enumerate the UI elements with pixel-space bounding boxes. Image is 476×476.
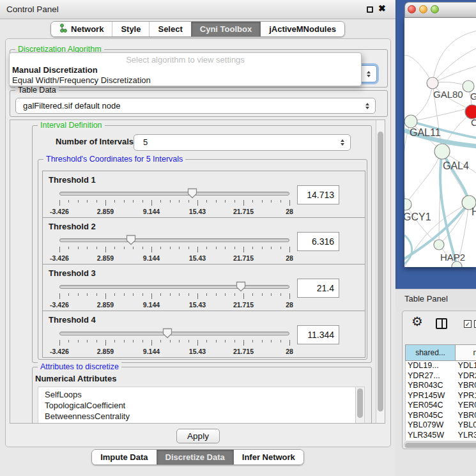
column-header-name[interactable]: name bbox=[456, 345, 476, 360]
checkbox-icon[interactable]: ✓ bbox=[464, 320, 472, 328]
zoom-traffic-light[interactable] bbox=[431, 5, 439, 13]
cell-shared-name: YDR27... bbox=[406, 371, 456, 381]
network-canvas[interactable]: GAL80 G C GAL11 GAL4 GCY1 H HAP2 bbox=[404, 18, 476, 267]
minimize-traffic-light[interactable] bbox=[419, 5, 427, 13]
columns-icon[interactable] bbox=[436, 318, 447, 329]
tab-style[interactable]: Style bbox=[112, 22, 149, 36]
node-gal11[interactable] bbox=[404, 115, 417, 128]
threshold-slider[interactable]: -3.4262.8599.14415.4321.71528 bbox=[59, 236, 289, 264]
dropdown-option-equal-width[interactable]: Equal Width/Frequency Discretization bbox=[10, 75, 361, 86]
dropdown-option-manual[interactable]: Manual Discretization bbox=[10, 65, 361, 75]
float-window-icon[interactable] bbox=[367, 6, 373, 13]
tab-cyni-toolbox[interactable]: Cyni Toolbox bbox=[191, 22, 260, 36]
threshold-coordinates-group: Threshold's Coordinates for 5 Intervals … bbox=[38, 159, 367, 360]
table-row[interactable]: YDR27...YDR2 bbox=[406, 371, 476, 381]
node-gal80[interactable] bbox=[427, 77, 438, 89]
cell-name: YLR3 bbox=[456, 431, 476, 441]
table-row[interactable]: YPR145WYPR1 bbox=[406, 391, 476, 401]
combo-stepper-icon bbox=[365, 103, 369, 109]
slider-axis-labels: -3.4262.8599.14415.4321.71528 bbox=[59, 208, 289, 215]
slider-track[interactable] bbox=[59, 332, 289, 335]
threshold-value-field[interactable] bbox=[297, 232, 339, 251]
slider-thumb[interactable] bbox=[162, 328, 173, 341]
table-row[interactable]: YBL079WYBL0 bbox=[406, 420, 476, 431]
panel-title: Control Panel bbox=[6, 0, 59, 19]
horizontal-scrollbar-thumb[interactable] bbox=[405, 443, 476, 448]
slider-ticks bbox=[59, 293, 289, 300]
cell-name: YDL1 bbox=[456, 361, 476, 371]
dropdown-placeholder: Select algorithm to view settings bbox=[10, 53, 361, 65]
list-item[interactable]: BetweennessCentrality bbox=[38, 411, 364, 422]
close-icon[interactable]: ✖ bbox=[378, 3, 386, 13]
table-row[interactable]: YBR045CYBR0 bbox=[406, 411, 476, 421]
slider-thumb-icon bbox=[126, 234, 136, 245]
slider-thumb[interactable] bbox=[187, 188, 197, 201]
bottom-tab-bar: Impute Data Discretize Data Infer Networ… bbox=[0, 449, 395, 465]
close-traffic-light[interactable] bbox=[408, 5, 416, 13]
slider-axis-labels: -3.4262.8599.14415.4321.71528 bbox=[59, 254, 289, 262]
node-gal4[interactable] bbox=[434, 144, 450, 159]
threshold-value-field[interactable] bbox=[297, 185, 339, 204]
cell-name: YBR0 bbox=[456, 381, 476, 391]
slider-track[interactable] bbox=[59, 192, 289, 196]
slider-ticks bbox=[59, 247, 289, 253]
group-title: Interval Definition bbox=[38, 121, 105, 130]
threshold-slider[interactable]: -3.4262.8599.14415.4321.71528 bbox=[59, 282, 289, 311]
tab-discretize-data[interactable]: Discretize Data bbox=[157, 450, 233, 464]
slider-thumb[interactable] bbox=[236, 281, 246, 295]
threshold-slider[interactable]: -3.4262.8599.14415.4321.71528 bbox=[59, 329, 289, 357]
combo-value: 5 bbox=[143, 135, 148, 150]
right-panel: GAL80 G C GAL11 GAL4 GCY1 H HAP2 Table P… bbox=[395, 0, 476, 476]
cell-shared-name: YER054C bbox=[406, 401, 456, 411]
table-header-row: shared... name bbox=[405, 344, 476, 361]
combo-stepper-icon bbox=[341, 139, 344, 146]
node-hap2[interactable] bbox=[434, 240, 444, 250]
table-row[interactable]: YLR345WYLR3 bbox=[406, 431, 476, 441]
list-scrollbar-track[interactable] bbox=[355, 387, 364, 424]
tab-jactivemnodules[interactable]: jActiveMNodules bbox=[260, 22, 344, 36]
tab-network[interactable]: Network bbox=[51, 22, 112, 36]
slider-track[interactable] bbox=[59, 285, 289, 289]
numerical-attributes-list[interactable]: SelfLoopsTopologicalCoefficientBetweenne… bbox=[38, 387, 365, 424]
list-scrollbar-thumb[interactable] bbox=[357, 388, 363, 418]
table-row[interactable]: YDL19...YDL1 bbox=[406, 361, 476, 371]
cell-name: YBL0 bbox=[456, 420, 476, 431]
threshold-slider[interactable]: -3.4262.8599.14415.4321.71528 bbox=[59, 189, 289, 217]
table-panel-titlebar: Table Panel bbox=[395, 289, 476, 308]
combo-stepper-icon bbox=[367, 71, 371, 77]
combo-value: galFiltered.sif default node bbox=[23, 98, 120, 114]
tab-infer-network[interactable]: Infer Network bbox=[233, 450, 303, 464]
tab-impute-data[interactable]: Impute Data bbox=[92, 450, 156, 464]
cell-shared-name: YPR145W bbox=[406, 391, 456, 401]
group-title: Attributes to discretize bbox=[38, 362, 121, 371]
table-row[interactable]: YER054CYER0 bbox=[406, 401, 476, 411]
cell-shared-name: YBR043C bbox=[406, 381, 456, 391]
table-data-combobox[interactable]: galFiltered.sif default node bbox=[15, 98, 376, 114]
top-tab-bar: Network Style Select Cyni Toolbox jActiv… bbox=[0, 21, 395, 37]
column-header-shared-name[interactable]: shared... bbox=[406, 345, 456, 360]
cell-name: YDR2 bbox=[456, 371, 476, 381]
table-body: YDL19...YDL1YDR27...YDR2YBR043CYBR0YPR14… bbox=[405, 361, 476, 440]
tab-select[interactable]: Select bbox=[149, 22, 190, 36]
panel-scrollbar-track[interactable] bbox=[376, 120, 385, 423]
application-window: Control Panel ✖ Network Style Select bbox=[0, 0, 476, 476]
threshold-value-field[interactable] bbox=[297, 325, 339, 344]
gear-icon[interactable]: ⚙ bbox=[411, 315, 423, 328]
threshold-label: Threshold 4 bbox=[49, 315, 96, 325]
node-gcy1[interactable] bbox=[404, 199, 411, 210]
horizontal-scrollbar-track[interactable] bbox=[404, 441, 476, 448]
table-row[interactable]: YBR043CYBR0 bbox=[406, 381, 476, 391]
threshold-value-field[interactable] bbox=[297, 279, 339, 298]
tab-label: Network bbox=[71, 24, 104, 34]
slider-thumb[interactable] bbox=[126, 234, 136, 248]
network-window-titlebar[interactable] bbox=[404, 2, 476, 18]
list-item[interactable]: TopologicalCoefficient bbox=[38, 400, 364, 411]
slider-track[interactable] bbox=[59, 238, 289, 242]
node-label: C bbox=[471, 117, 476, 128]
group-title: Threshold's Coordinates for 5 Intervals bbox=[43, 155, 185, 164]
apply-button[interactable]: Apply bbox=[176, 429, 220, 443]
number-of-intervals-combobox[interactable]: 5 bbox=[134, 134, 351, 151]
panel-scrollbar-thumb[interactable] bbox=[378, 132, 383, 411]
list-item[interactable]: SelfLoops bbox=[38, 389, 364, 400]
network-icon bbox=[59, 24, 67, 35]
